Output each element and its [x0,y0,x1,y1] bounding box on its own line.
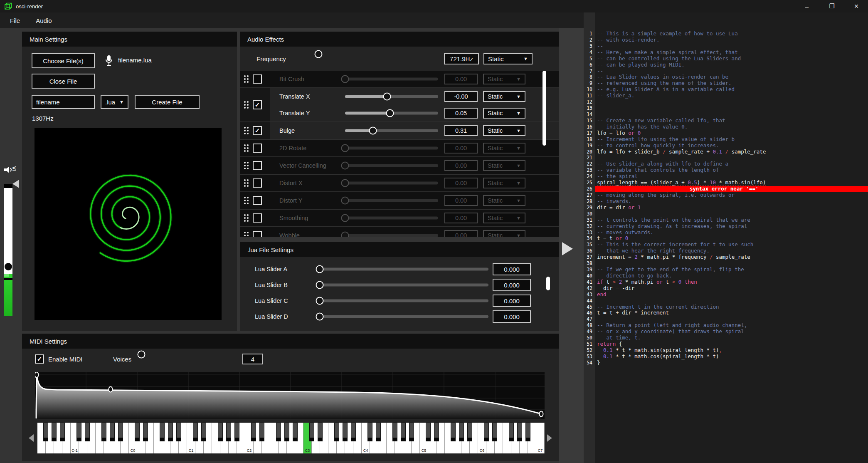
effect-value-box[interactable]: -0.00 [444,91,478,102]
voices-value-box[interactable]: 4 [242,354,263,364]
slider[interactable] [345,92,438,101]
effect-mode-dropdown[interactable]: Static▼ [483,230,525,237]
drag-handle-icon[interactable] [244,101,249,109]
effect-value-box[interactable]: 0.00 [444,213,478,223]
effect-value-box[interactable]: 0.05 [444,108,478,119]
code-line-content[interactable]: -- direction to go back. [595,273,868,279]
piano-key-black[interactable] [43,423,48,441]
code-line-content[interactable]: syntax error near '==' [595,186,868,192]
slider[interactable] [345,178,438,188]
piano-key-black[interactable] [392,423,397,441]
effect-mode-dropdown[interactable]: Static▼ [483,213,525,223]
code-line-content[interactable]: -- inwards. [595,198,868,205]
code-line-content[interactable]: -- initially has the value 0. [595,124,868,130]
piano-key-black[interactable] [251,423,256,441]
piano-key-black[interactable] [492,423,497,441]
piano-key-black[interactable] [201,423,206,441]
drag-handle-icon[interactable] [244,232,249,237]
slider[interactable] [345,109,438,118]
checkbox-effect[interactable] [253,213,262,223]
piano-key-black[interactable] [426,423,431,441]
voices-slider[interactable] [141,354,235,364]
slider-knob[interactable] [316,297,324,305]
lua-slider-value-box[interactable]: 0.000 [493,263,531,275]
drag-handle-icon[interactable] [244,144,249,152]
checkbox-effect[interactable] [253,231,262,237]
slider-knob[interactable] [316,281,324,289]
piano-key-black[interactable] [284,423,289,441]
piano-key-black[interactable] [309,423,314,441]
piano-key-black[interactable] [334,423,339,441]
code-editor[interactable]: 1-- This is a simple example of how to u… [584,12,868,463]
piano-key-black[interactable] [467,423,472,441]
slider-knob[interactable] [316,265,324,273]
effect-mode-dropdown[interactable]: Static▼ [483,74,525,84]
menu-audio[interactable]: Audio [30,17,57,24]
checkbox-effect[interactable]: ✓ [253,126,262,135]
play-button[interactable] [562,242,573,255]
piano-key-black[interactable] [343,423,348,441]
frequency-slider[interactable] [318,54,438,63]
code-line-content[interactable]: -- This is the correct increment for t t… [595,242,868,248]
code-line-content[interactable]: t = t + dir * increment [595,310,868,316]
piano-key-black[interactable] [193,423,198,441]
code-line-content[interactable]: -- can be played using MIDI. [595,62,868,68]
slider[interactable] [320,296,488,305]
slider[interactable] [345,161,438,170]
code-line-content[interactable]: -- If we get to the end of the spiral, f… [595,267,868,273]
piano-key-black[interactable] [135,423,140,441]
piano-key-black[interactable] [101,423,106,441]
volume-slider-track[interactable] [4,184,12,275]
slider-knob[interactable] [369,127,377,135]
close-button[interactable]: × [847,0,866,12]
close-file-button[interactable]: Close File [32,74,95,89]
slider[interactable] [345,196,438,205]
effect-mode-dropdown[interactable]: Static▼ [483,91,525,102]
piano-key-black[interactable] [409,423,414,441]
code-line-content[interactable]: increment = 2 * math.pi * frequency / sa… [595,254,868,260]
slider[interactable] [345,126,438,135]
envelope-control-point[interactable] [109,387,113,392]
piano-key-black[interactable] [226,423,231,441]
menu-file[interactable]: File [4,17,26,24]
piano-key-black[interactable] [509,423,514,441]
effect-value-box[interactable]: 0.00 [444,74,478,84]
choose-files-button[interactable]: Choose File(s) [32,53,95,68]
code-line-content[interactable]: 0.1 * t * math.cos(spiral_length * t) [595,354,868,360]
code-line-content[interactable] [595,260,868,267]
code-line-content[interactable] [595,111,868,118]
piano-key-black[interactable] [60,423,65,441]
piano-key-black[interactable] [367,423,372,441]
drag-handle-icon[interactable] [244,162,249,169]
code-line-content[interactable]: -- that we hear the right frequency. [595,248,868,254]
code-line-content[interactable]: } [595,360,868,366]
code-line-content[interactable]: return { [595,341,868,347]
piano-key-black[interactable] [401,423,406,441]
code-line-content[interactable]: end [595,292,868,298]
effect-value-box[interactable]: 0.31 [444,125,478,136]
lua-slider-value-box[interactable]: 0.000 [493,279,531,291]
code-line-content[interactable]: -- Increment lfo using the value of slid… [595,136,868,143]
slider-knob[interactable] [341,179,349,187]
piano-key-white[interactable]: C7 [536,423,545,453]
code-line-content[interactable] [595,211,868,217]
code-line-content[interactable]: -- e.g. Lua Slider A is in a variable ca… [595,87,868,93]
code-line-content[interactable]: -- moves outwards. [595,230,868,236]
lua-scrollbar[interactable] [546,277,550,290]
piano-key-black[interactable] [318,423,323,441]
code-line-content[interactable]: -- with osci-render. [595,37,868,43]
piano-key-black[interactable] [525,423,530,441]
slider-knob[interactable] [341,75,349,83]
code-line-content[interactable]: -- [595,68,868,74]
maximize-button[interactable]: ❐ [823,0,841,12]
code-line-content[interactable] [595,99,868,105]
piano-key-black[interactable] [143,423,148,441]
effect-mode-dropdown[interactable]: Static▼ [483,143,525,154]
keyboard-scroll-left-arrow[interactable] [29,434,34,442]
effect-value-box[interactable]: 0.00 [444,195,478,206]
code-line-content[interactable]: -- referenced using the name of the slid… [595,80,868,87]
slider[interactable] [320,280,488,290]
piano-key-black[interactable] [160,423,165,441]
piano-key-black[interactable] [118,423,123,441]
code-line-content[interactable] [595,105,868,111]
